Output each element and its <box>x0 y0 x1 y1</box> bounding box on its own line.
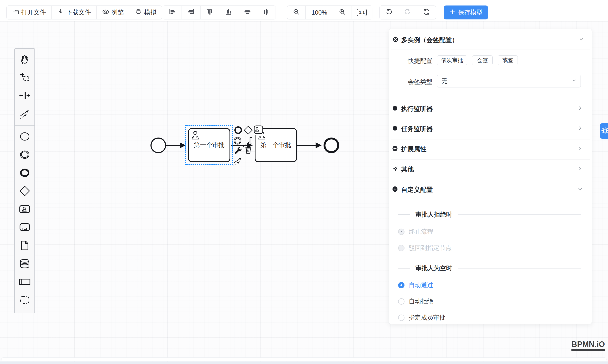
simulate-button[interactable]: 模拟 <box>129 6 162 19</box>
zoom-in-button[interactable] <box>333 6 351 19</box>
section-custom-config[interactable]: 自定义配置 <box>389 180 592 200</box>
radio-label: 终止流程 <box>409 228 433 236</box>
radio-auto-reject[interactable]: 自动拒绝 <box>398 297 433 306</box>
title-dash <box>398 214 410 215</box>
zoom-in-icon <box>339 8 346 17</box>
chevron-right-icon <box>577 165 583 173</box>
create-data-store[interactable] <box>15 255 34 273</box>
chevron-down-icon <box>571 78 577 85</box>
radio-assign-member[interactable]: 指定成员审批 <box>398 313 446 322</box>
section-label: 自定义配置 <box>401 185 433 194</box>
bpmn-io-logo[interactable]: BPMN.iO <box>571 340 605 351</box>
data-object-icon <box>19 240 30 252</box>
align-left-button[interactable] <box>163 6 182 19</box>
quick-config-countersign-button[interactable]: 会签 <box>472 55 493 65</box>
create-sub-process[interactable] <box>15 219 34 237</box>
pad-append-user-task[interactable] <box>254 125 263 135</box>
create-group[interactable] <box>15 291 34 310</box>
open-file-button[interactable]: 打开文件 <box>7 6 52 19</box>
radio-return-to-node[interactable]: 驳回到指定节点 <box>398 244 452 252</box>
quick-config-sequential-button[interactable]: 依次审批 <box>437 55 467 65</box>
create-data-object[interactable] <box>15 237 34 255</box>
palette <box>14 48 35 313</box>
create-user-task[interactable] <box>15 200 34 219</box>
quick-config-orsign-button[interactable]: 或签 <box>498 55 518 65</box>
horizontal-scrollbar[interactable] <box>1 357 607 361</box>
file-button-group: 打开文件 下载文件 浏览 模拟 <box>6 5 162 19</box>
section-label: 其他 <box>401 165 414 174</box>
align-middle-vertical-button[interactable] <box>257 6 276 19</box>
participant-icon <box>19 276 31 289</box>
pad-replace-tool[interactable] <box>233 146 243 156</box>
selection-outline <box>185 125 233 165</box>
radio-icon <box>398 314 405 321</box>
radio-icon <box>398 229 405 235</box>
panel-title: 多实例（会签配置） <box>401 36 458 44</box>
align-middle-horizontal-button[interactable] <box>238 6 257 19</box>
pad-append-gateway[interactable] <box>243 126 253 135</box>
trash-icon <box>244 145 253 156</box>
align-right-button[interactable] <box>182 6 200 19</box>
logo-text: BPMN.iO <box>571 340 605 349</box>
toolbar: 打开文件 下载文件 浏览 模拟 <box>0 0 608 21</box>
create-participant[interactable] <box>15 273 34 291</box>
hand-icon <box>19 54 30 65</box>
create-end-event[interactable] <box>15 164 34 182</box>
section-execution-listener[interactable]: 执行监听器 <box>389 99 592 119</box>
radio-icon <box>398 245 405 251</box>
multi-instance-header[interactable]: 多实例（会签配置） <box>392 34 584 46</box>
plus-circle-icon <box>391 145 398 154</box>
create-intermediate-event[interactable] <box>15 146 34 164</box>
redo-button[interactable] <box>398 6 417 19</box>
save-model-button[interactable]: 保存模型 <box>444 5 488 19</box>
align-middle-vertical-icon <box>263 8 270 17</box>
reset-button[interactable] <box>417 6 436 19</box>
radio-label: 驳回到指定节点 <box>409 244 452 252</box>
radio-icon <box>398 298 405 305</box>
group-icon <box>19 295 30 306</box>
chevron-down-icon <box>577 186 583 194</box>
align-bottom-button[interactable] <box>219 6 238 19</box>
download-file-button[interactable]: 下载文件 <box>52 6 97 19</box>
title-dash <box>398 268 410 269</box>
pad-delete[interactable] <box>243 145 253 155</box>
divider <box>391 49 590 50</box>
browse-button[interactable]: 浏览 <box>97 6 129 19</box>
connect-icon <box>19 108 30 120</box>
zoom-reset-button[interactable]: 1:1 <box>351 6 372 19</box>
pad-connect-tool[interactable] <box>232 156 243 167</box>
section-task-listener[interactable]: 任务监听器 <box>389 119 592 139</box>
title-text: 审批人拒绝时 <box>415 210 452 219</box>
plus-circle-icon <box>391 185 398 194</box>
radio-terminate-process[interactable]: 终止流程 <box>398 228 433 236</box>
align-right-icon <box>187 8 195 17</box>
palette-separator <box>15 125 34 126</box>
hand-tool[interactable] <box>15 51 34 69</box>
lasso-icon <box>19 72 30 84</box>
space-tool[interactable] <box>15 87 34 105</box>
gateway-icon <box>19 185 30 197</box>
download-file-label: 下载文件 <box>66 8 91 17</box>
end-event-shape[interactable] <box>324 138 339 153</box>
radio-auto-pass[interactable]: 自动通过 <box>398 281 433 289</box>
radio-icon <box>398 282 405 288</box>
refresh-icon <box>423 8 430 17</box>
intermediate-event-icon <box>19 149 30 161</box>
end-event-icon <box>19 167 30 179</box>
section-other[interactable]: 其他 <box>389 159 592 179</box>
global-connect-tool[interactable] <box>15 105 34 123</box>
pad-append-end-event[interactable] <box>233 126 243 135</box>
radio-label: 指定成员审批 <box>409 313 446 322</box>
section-label: 任务监听器 <box>401 125 433 133</box>
start-event-shape[interactable] <box>150 138 166 153</box>
align-top-icon <box>206 8 214 17</box>
create-start-event[interactable] <box>15 128 34 146</box>
section-extended-properties[interactable]: 扩展属性 <box>389 139 592 159</box>
align-top-button[interactable] <box>200 6 219 19</box>
lasso-tool[interactable] <box>15 69 34 87</box>
sign-type-select[interactable]: 无 <box>437 75 581 88</box>
create-gateway[interactable] <box>15 182 34 200</box>
settings-tab[interactable] <box>600 123 608 139</box>
zoom-out-button[interactable] <box>287 6 305 19</box>
undo-button[interactable] <box>380 6 398 19</box>
